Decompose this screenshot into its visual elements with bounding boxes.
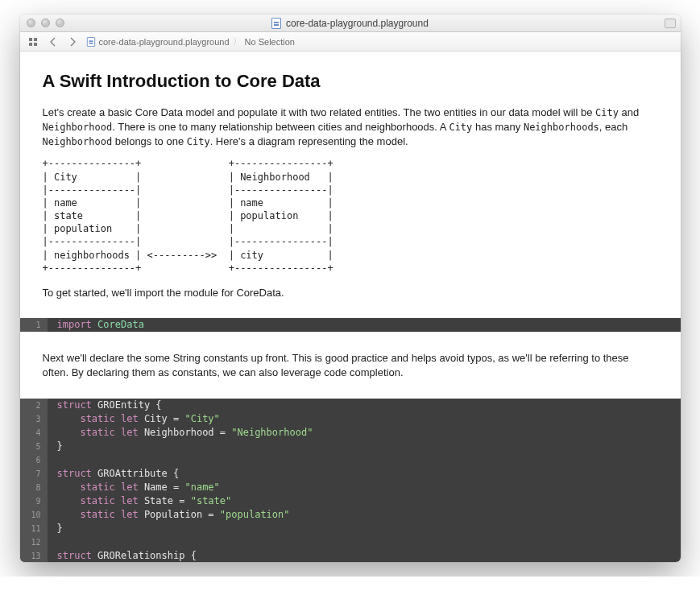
markup-block: A Swift Introduction to Core Data Let's …	[20, 52, 681, 318]
code-line[interactable]: 6	[20, 453, 681, 467]
line-number: 2	[20, 399, 48, 412]
line-number: 7	[20, 467, 48, 481]
minimize-button[interactable]	[41, 19, 50, 27]
inline-code: City	[187, 136, 210, 147]
line-number: 9	[20, 494, 48, 508]
code-text: struct GRORelationship {	[48, 549, 197, 562]
line-number: 13	[20, 549, 48, 562]
related-items-button[interactable]	[25, 35, 43, 49]
code-block[interactable]: 1import CoreData	[20, 318, 681, 332]
zoom-button[interactable]	[56, 19, 64, 27]
svg-rect-2	[29, 43, 32, 46]
playground-file-icon	[86, 37, 94, 47]
line-number: 8	[20, 481, 48, 494]
code-text: static let State = "state"	[48, 494, 232, 508]
breadcrumb-file: core-data-playground.playground	[99, 37, 230, 47]
inline-code: Neighborhoods	[524, 122, 599, 133]
inline-code: City	[449, 122, 472, 133]
svg-rect-1	[34, 38, 37, 41]
ascii-diagram: +---------------+ +----------------+ | C…	[43, 157, 658, 275]
intro-paragraph: Let's create a basic Core Data model and…	[43, 105, 658, 150]
code-line[interactable]: 5}	[20, 440, 681, 453]
code-line[interactable]: 10 static let Population = "population"	[20, 508, 681, 522]
window-title: core-data-playground.playground	[20, 18, 681, 29]
code-line[interactable]: 4 static let Neighborhood = "Neighborhoo…	[20, 426, 681, 440]
svg-rect-0	[29, 38, 32, 41]
inline-code: City	[595, 107, 619, 118]
fullscreen-button[interactable]	[665, 19, 676, 28]
paragraph: To get started, we'll import the module …	[43, 286, 658, 300]
editor-content[interactable]: A Swift Introduction to Core Data Let's …	[20, 52, 681, 562]
code-text	[48, 535, 57, 549]
code-line[interactable]: 12	[20, 535, 681, 549]
page-title: A Swift Introduction to Core Data	[43, 69, 658, 94]
line-number: 3	[20, 412, 48, 426]
jump-bar: core-data-playground.playground 〉 No Sel…	[20, 32, 681, 52]
line-number: 12	[20, 535, 48, 549]
code-line[interactable]: 2struct GROEntity {	[20, 399, 681, 412]
line-number: 4	[20, 426, 48, 440]
code-text: static let Neighborhood = "Neighborhood"	[48, 426, 313, 440]
svg-rect-3	[34, 43, 37, 46]
code-text: static let Population = "population"	[48, 508, 290, 522]
code-text: }	[48, 440, 63, 453]
line-number: 1	[20, 318, 48, 332]
playground-file-icon	[271, 18, 281, 29]
code-text: static let Name = "name"	[48, 481, 220, 494]
window-controls	[20, 19, 64, 27]
code-text: static let City = "City"	[48, 412, 220, 426]
code-line[interactable]: 3 static let City = "City"	[20, 412, 681, 426]
code-text: import CoreData	[48, 318, 144, 332]
titlebar: core-data-playground.playground	[20, 14, 681, 32]
code-text	[48, 453, 57, 467]
code-line[interactable]: 1import CoreData	[20, 318, 681, 332]
code-text: struct GROAttribute {	[48, 467, 180, 481]
breadcrumb[interactable]: core-data-playground.playground 〉 No Sel…	[86, 35, 295, 48]
paragraph: Next we'll declare the some String const…	[43, 351, 658, 380]
markup-block: Next we'll declare the some String const…	[20, 332, 681, 398]
code-line[interactable]: 7struct GROAttribute {	[20, 467, 681, 481]
nav-forward-button[interactable]	[64, 35, 81, 49]
code-line[interactable]: 9 static let State = "state"	[20, 494, 681, 508]
close-button[interactable]	[27, 19, 35, 27]
line-number: 10	[20, 508, 48, 522]
code-block[interactable]: 2struct GROEntity {3 static let City = "…	[20, 399, 681, 562]
breadcrumb-selection: No Selection	[245, 37, 295, 47]
xcode-window: core-data-playground.playground core-dat…	[20, 14, 681, 562]
inline-code: Neighborhood	[43, 122, 113, 133]
line-number: 6	[20, 453, 48, 467]
code-line[interactable]: 13struct GRORelationship {	[20, 549, 681, 562]
line-number: 5	[20, 440, 48, 453]
inline-code: Neighborhood	[43, 136, 113, 147]
nav-back-button[interactable]	[44, 35, 62, 49]
code-text: }	[48, 522, 63, 535]
window-title-text: core-data-playground.playground	[286, 18, 429, 29]
line-number: 11	[20, 522, 48, 535]
code-line[interactable]: 8 static let Name = "name"	[20, 481, 681, 494]
code-line[interactable]: 11}	[20, 522, 681, 535]
breadcrumb-separator-icon: 〉	[233, 35, 242, 48]
code-text: struct GROEntity {	[48, 399, 162, 412]
